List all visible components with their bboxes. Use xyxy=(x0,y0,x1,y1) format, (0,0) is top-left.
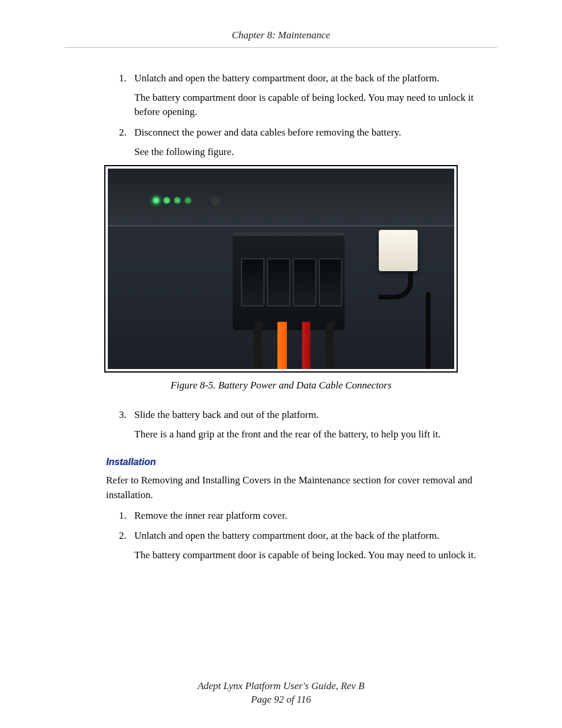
footer-page-number: Page 92 of 116 xyxy=(0,693,562,707)
list-item: 2. Unlatch and open the battery compartm… xyxy=(119,529,497,562)
list-item: 1. Remove the inner rear platform cover. xyxy=(119,509,497,523)
power-cable-icon xyxy=(254,322,262,369)
data-connector-plug xyxy=(379,230,418,271)
list-item: 2. Disconnect the power and data cables … xyxy=(119,126,497,159)
step-number: 1. xyxy=(119,71,127,86)
connector-slot-icon xyxy=(293,258,316,307)
connector-slot-icon xyxy=(319,258,342,307)
power-connector-block xyxy=(233,232,345,330)
step-note: See the following figure. xyxy=(134,145,497,160)
header-rule xyxy=(65,47,497,48)
battery-top-panel xyxy=(108,169,454,226)
connector-slot-icon xyxy=(241,258,265,307)
footer-title: Adept Lynx Platform User's Guide, Rev B xyxy=(0,680,562,693)
step-text: Unlatch and open the battery compartment… xyxy=(134,71,497,86)
step-text: Unlatch and open the battery compartment… xyxy=(134,529,497,543)
step-number: 1. xyxy=(119,509,127,523)
power-cable-icon xyxy=(277,322,287,369)
step-note: There is a hand grip at the front and th… xyxy=(134,427,497,442)
step-note: The battery compartment door is capable … xyxy=(134,548,497,563)
list-item: 3. Slide the battery back and out of the… xyxy=(119,408,497,442)
installation-heading: Installation xyxy=(106,457,497,467)
chapter-header: Chapter 8: Maintenance xyxy=(65,29,497,47)
step-number: 3. xyxy=(119,408,127,423)
figure-caption: Figure 8-5. Battery Power and Data Cable… xyxy=(65,380,497,391)
step-note: The battery compartment door is capable … xyxy=(134,91,497,120)
power-cable-icon xyxy=(326,322,334,369)
figure-photo xyxy=(108,169,454,369)
figure-frame xyxy=(104,165,458,373)
step-text: Disconnect the power and data cables bef… xyxy=(134,126,497,140)
installation-steps: 1. Remove the inner rear platform cover.… xyxy=(119,509,497,563)
installation-intro: Refer to Removing and Installing Covers … xyxy=(106,473,497,502)
step-text: Slide the battery back and out of the pl… xyxy=(134,408,497,423)
power-cable-icon xyxy=(302,322,310,369)
spacer xyxy=(65,447,497,457)
removal-steps-continued: 3. Slide the battery back and out of the… xyxy=(119,408,497,442)
step-number: 2. xyxy=(119,126,127,140)
page-footer: Adept Lynx Platform User's Guide, Rev B … xyxy=(0,680,562,707)
data-cable-bend-icon xyxy=(379,271,413,299)
list-item: 1. Unlatch and open the battery compartm… xyxy=(119,71,497,120)
page: Chapter 8: Maintenance 1. Unlatch and op… xyxy=(0,0,562,728)
connector-slot-icon xyxy=(267,258,290,307)
data-cable-icon xyxy=(426,292,431,369)
removal-steps: 1. Unlatch and open the battery compartm… xyxy=(119,71,497,159)
step-text: Remove the inner rear platform cover. xyxy=(134,509,497,523)
step-number: 2. xyxy=(119,529,127,543)
